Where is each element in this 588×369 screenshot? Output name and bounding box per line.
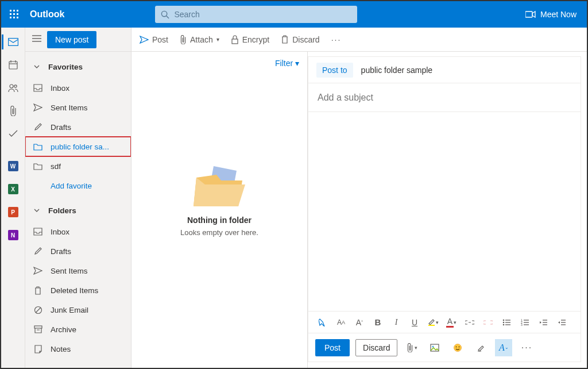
- numbered-list-button[interactable]: 123: [516, 314, 533, 331]
- format-painter-icon[interactable]: [314, 314, 331, 331]
- folders-header[interactable]: Folders: [25, 199, 131, 222]
- rail-excel-icon[interactable]: X: [2, 178, 25, 200]
- folder-notes[interactable]: Notes: [25, 339, 131, 359]
- folder-icon: [33, 142, 42, 151]
- app-launcher-icon[interactable]: [1, 1, 28, 28]
- send-icon: [33, 103, 42, 112]
- bulleted-list-button[interactable]: [498, 314, 515, 331]
- svg-rect-7: [13, 17, 15, 18]
- post-to-value: public folder sample: [361, 66, 433, 75]
- folder-drafts[interactable]: Drafts: [25, 241, 131, 261]
- svg-line-23: [36, 308, 41, 313]
- outdent-button[interactable]: [535, 314, 552, 331]
- search-icon: [161, 10, 169, 19]
- pencil-icon: [33, 122, 42, 132]
- block-icon: [33, 305, 42, 314]
- emoji-button[interactable]: [449, 339, 466, 356]
- archive-icon: [33, 325, 42, 334]
- filter-button[interactable]: Filter ▾: [275, 59, 299, 68]
- rail-people-icon[interactable]: [2, 77, 25, 99]
- folder-label: Deleted Items: [51, 286, 98, 295]
- folder-label: Archive: [51, 325, 76, 334]
- svg-rect-5: [17, 13, 18, 15]
- post-to-button[interactable]: Post to: [316, 63, 353, 78]
- filter-label: Filter: [275, 59, 293, 68]
- discard-button[interactable]: Discard: [355, 339, 397, 356]
- attach-button[interactable]: ▾: [403, 339, 420, 356]
- fav-public-folder[interactable]: public folder sa...: [25, 137, 131, 156]
- format-toolbar: AA A° B I U ▾ A▾ 123: [308, 311, 581, 333]
- fav-sdf[interactable]: sdf: [25, 156, 131, 176]
- font-size-icon[interactable]: A°: [351, 314, 368, 331]
- rail-onenote-icon[interactable]: N: [2, 224, 25, 246]
- empty-title: Nothing in folder: [187, 216, 252, 225]
- app-rail: W X P N: [1, 28, 25, 368]
- compose-pane: Post to public folder sample AA A° B I U: [308, 52, 587, 368]
- underline-button[interactable]: U: [406, 314, 423, 331]
- compose-body[interactable]: [308, 112, 581, 311]
- folder-label: Junk Email: [51, 306, 88, 314]
- svg-rect-2: [17, 10, 18, 11]
- bold-button[interactable]: B: [369, 314, 386, 331]
- svg-point-48: [456, 346, 457, 347]
- video-icon: [525, 10, 536, 18]
- folders-label: Folders: [48, 206, 76, 215]
- svg-rect-3: [10, 13, 11, 15]
- folder-label: public folder sa...: [51, 143, 109, 151]
- insert-image-button[interactable]: [426, 339, 443, 356]
- rail-files-icon[interactable]: [2, 100, 25, 122]
- indent-button[interactable]: [553, 314, 570, 331]
- favorites-header[interactable]: Favorites: [25, 55, 131, 78]
- rail-mail-icon[interactable]: [2, 31, 25, 53]
- fav-inbox[interactable]: Inbox: [25, 78, 131, 98]
- cmd-discard[interactable]: Discard: [275, 28, 325, 52]
- folder-label: sdf: [51, 162, 61, 171]
- compose-action-bar: Post Discard ▾ A⌄ ···: [308, 333, 581, 362]
- font-color-button[interactable]: A▾: [443, 314, 460, 331]
- italic-button[interactable]: I: [388, 314, 405, 331]
- cmd-label: Discard: [292, 35, 319, 44]
- fav-drafts[interactable]: Drafts: [25, 117, 131, 137]
- fav-sent[interactable]: Sent Items: [25, 98, 131, 117]
- add-favorite-button[interactable]: Add favorite: [25, 176, 131, 195]
- rail-todo-icon[interactable]: [2, 123, 25, 145]
- cmd-post[interactable]: Post: [134, 28, 174, 52]
- svg-rect-12: [8, 39, 18, 46]
- folder-inbox[interactable]: Inbox: [25, 222, 131, 241]
- rail-word-icon[interactable]: W: [2, 155, 25, 177]
- rail-powerpoint-icon[interactable]: P: [2, 201, 25, 223]
- show-formatting-button[interactable]: A⌄: [495, 339, 512, 356]
- svg-point-47: [454, 344, 462, 351]
- cmd-encrypt[interactable]: Encrypt: [225, 28, 275, 52]
- inbox-icon: [33, 83, 42, 93]
- svg-rect-45: [431, 344, 439, 351]
- post-button[interactable]: Post: [315, 339, 350, 356]
- rail-calendar-icon[interactable]: [2, 54, 25, 76]
- folder-sent[interactable]: Sent Items: [25, 261, 131, 280]
- folder-archive[interactable]: Archive: [25, 320, 131, 339]
- link-button[interactable]: [461, 314, 478, 331]
- note-icon: [33, 344, 42, 353]
- signature-button[interactable]: [472, 339, 489, 356]
- svg-point-17: [10, 84, 13, 88]
- unlink-button[interactable]: [479, 314, 497, 331]
- new-post-button[interactable]: New post: [47, 31, 96, 48]
- send-icon: [33, 266, 42, 275]
- subject-input[interactable]: [318, 93, 571, 103]
- svg-rect-13: [9, 62, 17, 69]
- search-input[interactable]: Search: [155, 6, 357, 23]
- font-icon[interactable]: AA: [332, 314, 350, 331]
- send-icon: [140, 36, 149, 44]
- folder-deleted[interactable]: Deleted Items: [25, 280, 131, 300]
- meet-now-button[interactable]: Meet Now: [525, 10, 577, 19]
- svg-rect-8: [17, 17, 18, 18]
- svg-point-49: [459, 346, 460, 347]
- more-actions-button[interactable]: ···: [518, 339, 535, 356]
- highlight-button[interactable]: ▾: [424, 314, 442, 331]
- hamburger-icon[interactable]: [32, 35, 41, 44]
- cmd-label: Encrypt: [242, 35, 269, 44]
- app-title[interactable]: Outlook: [30, 9, 64, 20]
- cmd-attach[interactable]: Attach ▾: [174, 28, 225, 52]
- cmd-more[interactable]: ···: [326, 28, 347, 52]
- folder-junk[interactable]: Junk Email: [25, 300, 131, 320]
